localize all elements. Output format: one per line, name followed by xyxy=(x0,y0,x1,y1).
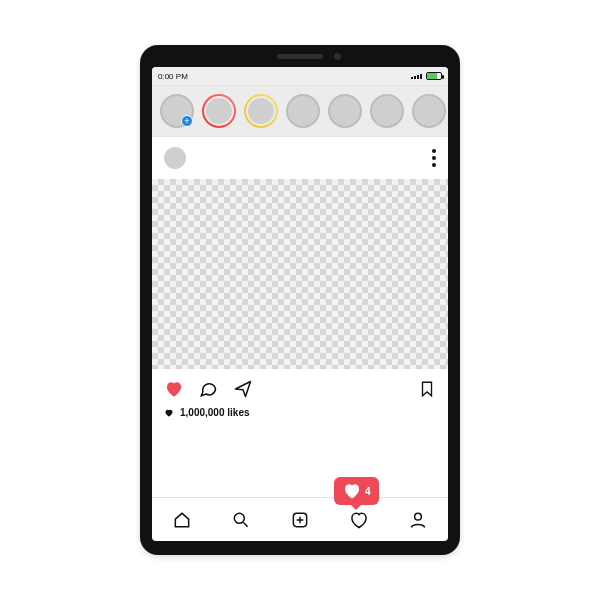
post-actions xyxy=(152,369,448,405)
nav-add[interactable] xyxy=(290,510,310,530)
battery-icon xyxy=(426,72,442,80)
story-item[interactable] xyxy=(370,94,404,128)
post-image[interactable] xyxy=(152,179,448,369)
nav-activity[interactable] xyxy=(349,510,369,530)
avatar[interactable] xyxy=(164,147,186,169)
likes-count: 1,000,000 likes xyxy=(180,407,250,418)
status-time: 0:00 PM xyxy=(158,72,188,81)
svg-line-1 xyxy=(243,522,247,526)
share-button[interactable] xyxy=(232,379,254,399)
stories-tray[interactable]: + xyxy=(152,85,448,137)
front-camera xyxy=(334,53,341,60)
screen: 0:00 PM + xyxy=(152,67,448,541)
story-item[interactable] xyxy=(202,94,236,128)
add-story-icon[interactable]: + xyxy=(181,115,193,127)
comment-button[interactable] xyxy=(198,379,218,399)
nav-profile[interactable] xyxy=(408,510,428,530)
status-right xyxy=(411,72,442,80)
signal-icon xyxy=(411,74,422,79)
heart-icon xyxy=(342,481,362,501)
bottom-nav: 4 xyxy=(152,497,448,541)
svg-point-5 xyxy=(415,513,422,520)
more-options-icon[interactable] xyxy=(432,149,436,167)
svg-point-0 xyxy=(234,513,244,523)
story-item[interactable] xyxy=(286,94,320,128)
post-header xyxy=(152,137,448,179)
nav-home[interactable] xyxy=(172,510,192,530)
status-bar: 0:00 PM xyxy=(152,67,448,85)
device-frame: 0:00 PM + xyxy=(140,45,460,555)
activity-badge-count: 4 xyxy=(365,486,371,497)
save-button[interactable] xyxy=(418,379,436,399)
story-item[interactable] xyxy=(328,94,362,128)
speaker-grille xyxy=(277,54,323,59)
like-button[interactable] xyxy=(164,379,184,399)
likes-row[interactable]: 1,000,000 likes xyxy=(152,405,448,428)
nav-search[interactable] xyxy=(231,510,251,530)
story-item[interactable] xyxy=(244,94,278,128)
activity-badge[interactable]: 4 xyxy=(334,477,379,505)
heart-icon xyxy=(164,408,174,418)
your-story[interactable]: + xyxy=(160,94,194,128)
story-item[interactable] xyxy=(412,94,446,128)
